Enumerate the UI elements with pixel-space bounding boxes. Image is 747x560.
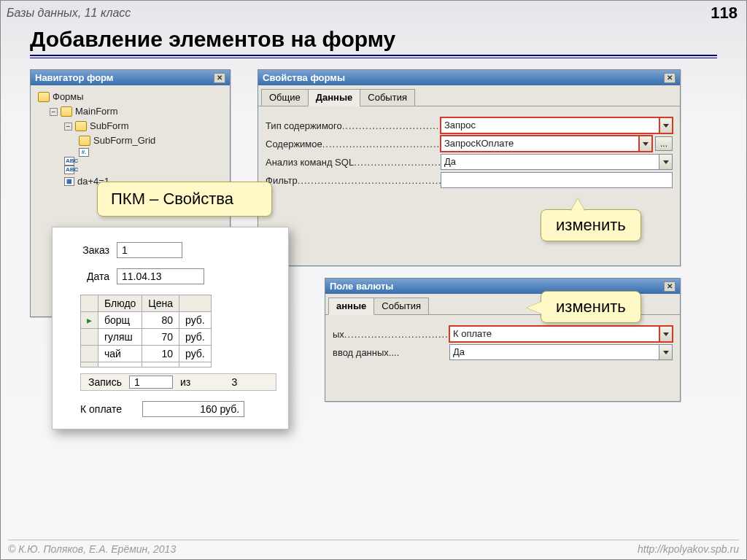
control-icon: #. [79, 148, 89, 157]
total-field: 160 руб. [142, 401, 244, 417]
record-current[interactable]: 1 [129, 376, 173, 389]
tab-general[interactable]: Общие [261, 89, 309, 106]
table-row[interactable]: гуляш 70 руб. [81, 329, 212, 346]
record-label: Запись [84, 376, 126, 388]
cell-unit: руб. [179, 346, 212, 362]
col-unit[interactable] [179, 295, 212, 312]
date-field[interactable]: 11.04.13 [117, 268, 204, 284]
dishes-grid[interactable]: Блюдо Цена ▸ борщ 80 руб. гуляш 70 руб. … [80, 295, 212, 368]
content-field[interactable]: ЗапросКОплате [441, 136, 639, 152]
prop-empty-string: ввод данных.... Да [333, 344, 673, 360]
dropdown-icon[interactable] [659, 154, 673, 170]
form-icon [79, 136, 90, 146]
col-price[interactable]: Цена [142, 295, 179, 312]
callout-text: ПКМ – Свойства [111, 190, 233, 208]
row-marker-icon [81, 362, 98, 368]
table-row[interactable]: чай 10 руб. [81, 346, 212, 362]
row-marker-icon [81, 329, 98, 346]
collapse-icon[interactable]: − [50, 108, 58, 116]
header: Базы данных, 11 класс 118 [7, 4, 740, 23]
tree-node[interactable]: ABC [35, 166, 225, 174]
callout-text: изменить [556, 216, 626, 234]
control-icon: ▦ [64, 177, 74, 186]
order-field[interactable]: 1 [117, 242, 182, 258]
window-title: Поле валюты [330, 281, 393, 292]
tree-label: SubForm [90, 119, 128, 133]
cell-dish[interactable]: гуляш [98, 329, 142, 346]
dropdown-icon[interactable] [659, 344, 673, 360]
prop-label: ых [333, 329, 344, 340]
footer: © К.Ю. Поляков, Е.А. Ерёмин, 2013 http:/… [8, 540, 739, 555]
tree-root[interactable]: Формы [35, 90, 225, 104]
prop-data-field: ых К оплате [333, 326, 673, 342]
tab-data[interactable]: анные [328, 298, 374, 315]
window-title: Свойства формы [263, 72, 345, 83]
cell-price[interactable]: 10 [142, 346, 179, 362]
prop-content-type: Тип содержимого Запрос [266, 117, 673, 133]
folder-icon [38, 92, 50, 102]
close-icon[interactable]: ✕ [664, 73, 676, 83]
grid-header-row: Блюдо Цена [81, 295, 212, 312]
record-navigator[interactable]: Запись 1 из 3 [80, 373, 276, 391]
total-label: К оплате [80, 403, 122, 415]
tab-events[interactable]: События [360, 89, 415, 106]
cell-price[interactable]: 70 [142, 329, 179, 346]
dropdown-icon[interactable] [639, 136, 652, 152]
tree-node[interactable]: ABC [35, 157, 225, 166]
dropdown-icon[interactable] [659, 117, 673, 133]
date-label: Дата [64, 271, 117, 282]
table-row[interactable] [81, 362, 212, 368]
order-label: Заказ [64, 244, 117, 256]
marker-header [81, 295, 98, 312]
table-row[interactable]: ▸ борщ 80 руб. [81, 312, 212, 329]
callout-change-2: изменить [541, 291, 641, 323]
row-marker-icon: ▸ [81, 312, 98, 329]
form-preview: Заказ 1 Дата 11.04.13 Блюдо Цена ▸ борщ … [52, 227, 289, 429]
subject: Базы данных, 11 класс [7, 7, 131, 20]
cell-price[interactable]: 80 [142, 312, 179, 329]
title-block: Добавление элементов на форму [30, 27, 717, 58]
tree-node[interactable]: SubForm_Grid [35, 133, 225, 148]
col-dish[interactable]: Блюдо [98, 295, 142, 312]
sql-analyze-field[interactable]: Да [441, 154, 659, 170]
total-row: К оплате 160 руб. [64, 401, 276, 417]
dropdown-icon[interactable] [659, 326, 673, 342]
window-titlebar[interactable]: Навигатор форм ✕ [31, 70, 230, 85]
order-row: Заказ 1 [64, 242, 276, 258]
page-title: Добавление элементов на форму [30, 27, 717, 52]
cell-unit: руб. [179, 329, 212, 346]
content-type-field[interactable]: Запрос [441, 117, 659, 133]
close-icon[interactable]: ✕ [664, 281, 676, 292]
properties-body: Тип содержимого Запрос Содержимое Запрос… [258, 106, 680, 195]
filter-field[interactable] [441, 172, 673, 188]
cell-dish[interactable]: чай [98, 346, 142, 362]
cell-unit [179, 362, 212, 368]
prop-content: Содержимое ЗапросКОплате ... [266, 136, 673, 152]
cell-dish[interactable] [98, 362, 142, 368]
cell-unit: руб. [179, 312, 212, 329]
copyright: © К.Ю. Поляков, Е.А. Ерёмин, 2013 [8, 543, 176, 555]
record-total: 3 [198, 376, 241, 388]
form-icon [61, 106, 72, 117]
callout-text: изменить [556, 298, 626, 316]
tree-node[interactable]: − SubForm [35, 119, 225, 133]
tree-view[interactable]: Формы − MainForm − SubForm SubForm_Grid … [31, 85, 230, 193]
close-icon[interactable]: ✕ [214, 73, 225, 83]
ellipsis-button[interactable]: ... [655, 136, 673, 151]
cell-dish[interactable]: борщ [98, 312, 142, 329]
prop-sql-analyze: Анализ команд SQL Да [266, 154, 673, 170]
tab-events[interactable]: События [374, 298, 429, 314]
date-row: Дата 11.04.13 [64, 268, 276, 284]
tree-node[interactable]: #. [35, 148, 225, 157]
prop-label: Содержимое [266, 139, 322, 149]
tree-node[interactable]: − MainForm [35, 104, 225, 119]
tree-label: Формы [53, 90, 84, 104]
data-field[interactable]: К оплате [449, 326, 659, 342]
tab-data[interactable]: Данные [308, 89, 361, 106]
slide: Базы данных, 11 класс 118 Добавление эле… [0, 0, 747, 560]
window-titlebar[interactable]: Свойства формы ✕ [258, 70, 680, 85]
cell-price[interactable] [142, 362, 179, 368]
collapse-icon[interactable]: − [64, 122, 72, 131]
empty-string-field[interactable]: Да [449, 344, 659, 360]
tree-label: MainForm [75, 104, 118, 119]
